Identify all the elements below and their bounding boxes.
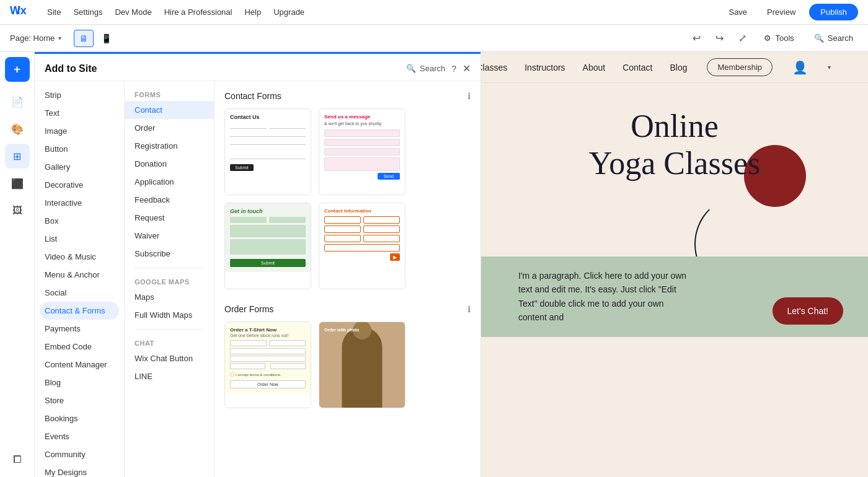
mobile-device-button[interactable]: 📱 [96,30,116,47]
left-nav-my-designs[interactable]: My Designs [35,463,124,477]
left-nav-button[interactable]: Button [35,140,124,158]
save-button[interactable]: Save [722,5,753,19]
middle-nav-donation[interactable]: Donation [125,155,214,173]
left-nav-decorative[interactable]: Decorative [35,176,124,194]
form3-message [230,239,306,255]
form-card-contact-us[interactable]: Contact Us Submit [224,108,311,195]
left-nav-video[interactable]: Video & Music [35,248,124,266]
search-button-topright[interactable]: 🔍 Search [809,31,858,45]
pages-button[interactable]: 📄 [5,89,30,114]
order-forms-info-icon[interactable]: ℹ [467,304,471,314]
left-nav-menu[interactable]: Menu & Anchor [35,266,124,284]
form2-send-btn[interactable]: Send [378,173,400,180]
nav-site[interactable]: Site [47,7,61,17]
left-nav-contact-forms[interactable]: Contact & Forms [40,302,119,320]
form4-email [324,225,361,233]
maps-section-label: GOOGLE MAPS [125,273,214,288]
order-forms-section: Order Forms ℹ Order a T-Shirt Now Get on… [224,304,471,408]
left-nav-box[interactable]: Box [35,212,124,230]
media-button[interactable]: 🖼 [5,198,30,223]
left-nav-store[interactable]: Store [35,392,124,409]
left-nav-events[interactable]: Events [35,427,124,445]
layers-button[interactable]: ⧠ [5,447,30,472]
left-nav-payments[interactable]: Payments [35,320,124,338]
form4-title: Contact Information [324,208,400,214]
form1-name-row [230,123,306,129]
zoom-button[interactable]: ⤢ [736,30,749,46]
apps-button[interactable]: ⬛ [5,171,30,196]
panel-help-button[interactable]: ? [451,64,456,74]
middle-nav-registration[interactable]: Registration [125,137,214,155]
middle-nav-application[interactable]: Application [125,173,214,191]
contact-forms-info-icon[interactable]: ℹ [467,91,471,101]
tools-button[interactable]: ⚙ Tools [759,31,799,45]
publish-button[interactable]: Publish [809,4,858,20]
left-nav-strip[interactable]: Strip [35,86,124,104]
middle-nav-waiver[interactable]: Waiver [125,227,214,245]
middle-nav-feedback[interactable]: Feedback [125,191,214,209]
middle-nav-contact[interactable]: Contact [125,101,214,119]
left-nav-bookings[interactable]: Bookings [35,409,124,427]
middle-nav-order[interactable]: Order [125,119,214,137]
panel-search-button[interactable]: 🔍 Search [406,64,445,73]
site-green-section: I'm a paragraph. Click here to add your … [481,256,868,337]
form1-submit[interactable]: Submit [230,164,254,171]
middle-nav-subscribe[interactable]: Subscribe [125,245,214,263]
forms-section-label: FORMS [125,86,214,101]
form2-name-field [324,139,400,146]
left-nav-text[interactable]: Text [35,104,124,122]
nav-hire[interactable]: Hire a Professional [164,7,232,17]
middle-nav-request[interactable]: Request [125,209,214,227]
nav-help[interactable]: Help [244,7,261,17]
undo-button[interactable]: ↩ [690,30,703,46]
preview-button[interactable]: Preview [761,5,802,19]
left-nav-image[interactable]: Image [35,122,124,140]
site-nav-contact: Contact [622,63,652,72]
form4-submit[interactable]: ▶ [390,253,400,261]
add-element-button[interactable]: + [5,57,30,82]
form-card-get-in-touch[interactable]: Get in touch Submit [224,203,311,289]
left-nav-embed-code[interactable]: Embed Code [35,338,124,356]
contact-forms-grid: Contact Us Submit [224,108,471,289]
nav-upgrade[interactable]: Upgrade [273,7,304,17]
left-nav-gallery[interactable]: Gallery [35,158,124,176]
middle-nav-line[interactable]: LINE [125,367,214,385]
tools-icon: ⚙ [764,33,771,43]
divider-1 [135,268,204,268]
left-nav-social[interactable]: Social [35,284,124,302]
order-form1-color [230,363,265,369]
left-nav-content-manager[interactable]: Content Manager [35,356,124,374]
device-buttons: 🖥 📱 [74,30,116,47]
middle-nav-wix-chat[interactable]: Wix Chat Button [125,349,214,367]
hero-line1: Online [631,108,719,144]
left-nav-community[interactable]: Community [35,445,124,463]
middle-nav-maps[interactable]: Maps [125,288,214,306]
form3-submit[interactable]: Submit [230,259,306,267]
left-nav-interactive[interactable]: Interactive [35,194,124,212]
desktop-device-button[interactable]: 🖥 [74,30,94,47]
add-section-button[interactable]: ⊞ [5,144,30,168]
form-card-contact-info[interactable]: Contact Information [319,203,405,289]
order-form1-size [270,363,306,369]
middle-nav-full-width-maps[interactable]: Full Width Maps [125,306,214,324]
form-card-send-message[interactable]: Send us a message & we'll get back to yo… [319,108,405,195]
chat-button[interactable]: Let's Chat! [773,297,844,325]
order-form1-submit[interactable]: Order Now [230,380,306,388]
search-icon-topright: 🔍 [814,33,824,43]
form-card-order-tshirt[interactable]: Order a T-Shirt Now Get one before stock… [224,322,311,408]
order-form2-preview: Order with photo [319,322,405,408]
nav-dev-mode[interactable]: Dev Mode [115,7,151,17]
form2-subtitle: & we'll get back to you shortly. [324,121,400,126]
design-button[interactable]: 🎨 [5,116,30,141]
form-card-order-photo[interactable]: Order with photo [319,322,405,408]
nav-settings[interactable]: Settings [73,7,102,17]
left-nav-list[interactable]: List [35,230,124,248]
form4-lastname [363,216,400,224]
panel-close-button[interactable]: ✕ [463,63,471,74]
page-selector[interactable]: Page: Home ▾ [10,33,61,43]
order-form1-product [230,356,306,362]
site-nav-blog: Blog [670,63,687,72]
redo-button[interactable]: ↪ [713,30,726,46]
top-bar: W i x Site Settings Dev Mode Hire a Prof… [0,0,868,25]
left-nav-blog[interactable]: Blog [35,374,124,392]
